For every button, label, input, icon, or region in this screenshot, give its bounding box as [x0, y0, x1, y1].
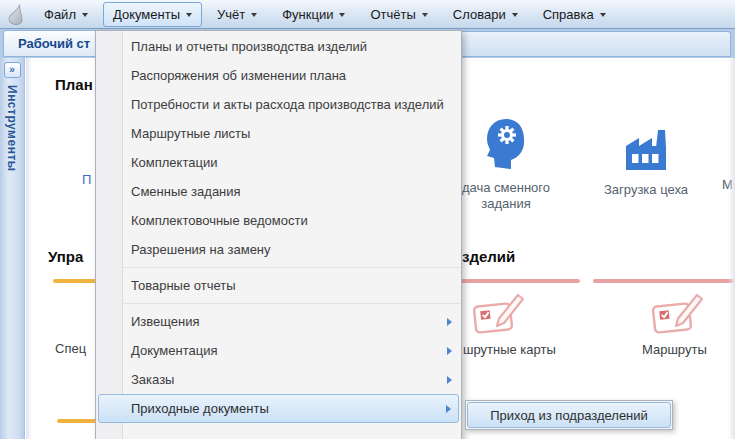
menu-item[interactable]: Комплектации — [96, 148, 461, 177]
menu-item[interactable]: Маршрутные листы — [96, 119, 461, 148]
menu-item-label: Маршрутные листы — [131, 126, 250, 141]
incoming-documents-submenu: Приход из подразделений — [465, 400, 673, 430]
submenu-arrow-icon — [447, 376, 452, 384]
accent-bar-pink — [450, 279, 580, 283]
menu-item-label: Документация — [131, 343, 218, 358]
menubar-item-label: Документы — [113, 7, 180, 22]
shortcut-routes[interactable] — [650, 292, 704, 342]
menu-item[interactable]: Товарные отчеты — [96, 271, 461, 300]
submenu-item-prihod-iz-podrazdelenij[interactable]: Приход из подразделений — [467, 402, 671, 428]
menu-item[interactable]: Распоряжения об изменении плана — [96, 61, 461, 90]
chevron-down-icon — [186, 13, 192, 17]
menu-item-label: Комплектации — [131, 155, 217, 170]
menubar-item-label: Файл — [44, 7, 76, 22]
submenu-item-label: Приход из подразделений — [490, 408, 648, 423]
menu-item-label: Товарные отчеты — [131, 278, 236, 293]
chevron-down-icon — [82, 13, 88, 17]
menu-separator — [96, 303, 461, 304]
menu-item-prihodnye-dokumenty[interactable]: Приходные документы — [98, 394, 459, 423]
shortcut-shop-load[interactable]: Загрузка цеха — [598, 126, 694, 198]
chevron-down-icon — [600, 13, 606, 17]
documents-dropdown-menu: Планы и отчеты производства изделий Расп… — [95, 30, 462, 439]
tools-sidebar: » Инструменты — [0, 58, 25, 439]
shortcut-label-line: дача сменного — [462, 180, 550, 196]
menubar-item-documents[interactable]: Документы — [103, 2, 202, 27]
shortcut-label-line: задания — [462, 196, 550, 212]
menubar-item-label: Справка — [543, 7, 594, 22]
main-menubar: Файл Документы Учёт Функции Отчёты Слова… — [0, 0, 735, 29]
menu-item-label: Заказы — [131, 372, 174, 387]
menu-item-label: Извещения — [131, 314, 200, 329]
menu-item[interactable]: Сменные задания — [96, 177, 461, 206]
shortcut-link-fragment[interactable]: П — [82, 172, 91, 187]
menu-separator — [96, 267, 461, 268]
menubar-item-label: Словари — [453, 7, 506, 22]
shortcut-label-fragment: шрутные карты — [463, 342, 556, 357]
head-gear-icon — [484, 118, 528, 174]
doc-pen-icon — [650, 324, 704, 341]
menu-item-partial — [96, 423, 461, 439]
shortcut-label: Загрузка цеха — [604, 182, 688, 198]
tab-desktop[interactable]: Рабочий ст — [3, 30, 105, 57]
menu-item-label: Комплектовочные ведомости — [131, 213, 308, 228]
app-logo-icon — [8, 3, 24, 25]
menu-item-label: Разрешения на замену — [131, 242, 271, 257]
expand-sidebar-icon[interactable]: » — [4, 62, 21, 78]
chevron-down-icon — [422, 13, 428, 17]
menubar-item-functions[interactable]: Функции — [272, 2, 355, 27]
submenu-arrow-icon — [447, 318, 452, 326]
menubar-item-reports[interactable]: Отчёты — [360, 2, 437, 27]
shortcut-label-fragment-right: М — [722, 177, 733, 192]
menu-item[interactable]: Планы и отчеты производства изделий — [96, 32, 461, 61]
menubar-item-accounting[interactable]: Учёт — [207, 2, 267, 27]
submenu-arrow-icon — [447, 347, 452, 355]
chevron-down-icon — [251, 13, 257, 17]
accent-bar-pink — [593, 279, 735, 283]
section-heading-management-fragment: Упра — [48, 248, 83, 265]
menu-item-izveshcheniya[interactable]: Извещения — [96, 307, 461, 336]
section-heading-planning: План — [55, 76, 93, 93]
tab-label: Рабочий ст — [18, 36, 90, 51]
label-spec-fragment: Спец — [55, 341, 86, 356]
menubar-item-label: Учёт — [217, 7, 245, 22]
factory-icon — [623, 126, 669, 176]
sidebar-title-tools[interactable]: Инструменты — [5, 85, 19, 172]
section-heading-products-fragment: зделий — [462, 248, 515, 265]
menu-item-label: Приходные документы — [131, 401, 269, 416]
menubar-item-label: Отчёты — [370, 7, 415, 22]
doc-pen-icon — [471, 324, 525, 341]
menu-item[interactable]: Комплектовочные ведомости — [96, 206, 461, 235]
menu-item-dokumentaciya[interactable]: Документация — [96, 336, 461, 365]
submenu-arrow-icon — [446, 405, 451, 413]
menubar-item-label: Функции — [282, 7, 333, 22]
shortcut-label: Маршруты — [642, 342, 707, 357]
menu-item[interactable]: Потребности и акты расхода производства … — [96, 90, 461, 119]
menubar-item-help[interactable]: Справка — [533, 2, 616, 27]
menu-item-label: Сменные задания — [131, 184, 241, 199]
menu-item-label: Планы и отчеты производства изделий — [131, 39, 367, 54]
menubar-item-file[interactable]: Файл — [34, 2, 98, 27]
menu-item-label: Распоряжения об изменении плана — [131, 68, 346, 83]
menu-item-zakazy[interactable]: Заказы — [96, 365, 461, 394]
menu-item[interactable]: Разрешения на замену — [96, 235, 461, 264]
app-window: План П дача сменного — [0, 0, 735, 439]
chevron-down-icon — [512, 13, 518, 17]
menubar-item-dictionaries[interactable]: Словари — [443, 2, 528, 27]
menu-item-label: Потребности и акты расхода производства … — [131, 97, 444, 112]
chevron-down-icon — [339, 13, 345, 17]
shortcut-route-cards[interactable] — [471, 292, 525, 342]
